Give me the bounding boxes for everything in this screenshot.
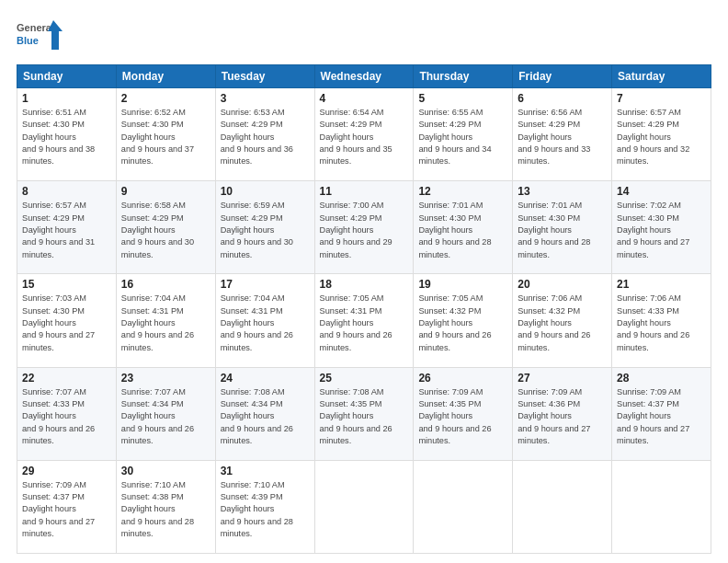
day-number: 11 [320,185,409,198]
calendar-cell: 28Sunrise: 7:09 AMSunset: 4:37 PMDayligh… [612,367,711,460]
calendar-cell: 30Sunrise: 7:10 AMSunset: 4:38 PMDayligh… [116,460,215,553]
calendar-cell [414,460,513,553]
day-info: Sunrise: 7:04 AMSunset: 4:31 PMDaylight … [121,293,194,351]
calendar-cell: 16Sunrise: 7:04 AMSunset: 4:31 PMDayligh… [116,274,215,367]
day-number: 30 [121,465,210,477]
calendar-header-row: SundayMondayTuesdayWednesdayThursdayFrid… [17,65,711,88]
calendar-cell: 4Sunrise: 6:54 AMSunset: 4:29 PMDaylight… [314,88,414,181]
day-info: Sunrise: 7:06 AMSunset: 4:33 PMDaylight … [617,293,689,351]
day-number: 27 [518,372,607,385]
day-info: Sunrise: 6:54 AMSunset: 4:29 PMDaylight … [320,108,392,166]
day-info: Sunrise: 7:03 AMSunset: 4:30 PMDaylight … [22,293,95,351]
day-info: Sunrise: 6:57 AMSunset: 4:29 PMDaylight … [22,201,95,259]
calendar-cell: 5Sunrise: 6:55 AMSunset: 4:29 PMDaylight… [414,88,513,181]
calendar-cell: 24Sunrise: 7:08 AMSunset: 4:34 PMDayligh… [215,367,314,460]
day-number: 14 [617,185,706,198]
calendar-cell: 22Sunrise: 7:07 AMSunset: 4:33 PMDayligh… [17,367,117,460]
day-number: 3 [221,92,310,105]
day-info: Sunrise: 6:53 AMSunset: 4:29 PMDaylight … [221,108,293,166]
day-number: 16 [121,278,210,291]
day-info: Sunrise: 6:59 AMSunset: 4:29 PMDaylight … [221,201,293,259]
day-number: 19 [418,278,507,291]
calendar-week-1: 1Sunrise: 6:51 AMSunset: 4:30 PMDaylight… [17,88,711,181]
calendar-cell: 19Sunrise: 7:05 AMSunset: 4:32 PMDayligh… [414,274,513,367]
day-info: Sunrise: 7:01 AMSunset: 4:30 PMDaylight … [518,201,590,259]
calendar-cell: 15Sunrise: 7:03 AMSunset: 4:30 PMDayligh… [17,274,117,367]
day-number: 24 [221,372,310,385]
calendar-cell: 1Sunrise: 6:51 AMSunset: 4:30 PMDaylight… [17,88,117,181]
calendar-table: SundayMondayTuesdayWednesdayThursdayFrid… [17,64,711,554]
day-info: Sunrise: 7:04 AMSunset: 4:31 PMDaylight … [221,293,293,351]
day-number: 29 [22,465,111,477]
day-info: Sunrise: 7:09 AMSunset: 4:36 PMDaylight … [518,387,590,445]
day-number: 31 [221,465,310,477]
day-info: Sunrise: 6:52 AMSunset: 4:30 PMDaylight … [121,108,194,166]
day-header-saturday: Saturday [612,65,711,88]
day-number: 5 [418,92,507,105]
day-number: 17 [221,278,310,291]
svg-text:General: General [17,22,54,33]
calendar-cell: 7Sunrise: 6:57 AMSunset: 4:29 PMDaylight… [612,88,711,181]
day-info: Sunrise: 7:02 AMSunset: 4:30 PMDaylight … [617,201,689,259]
calendar-cell: 25Sunrise: 7:08 AMSunset: 4:35 PMDayligh… [314,367,414,460]
calendar-cell: 31Sunrise: 7:10 AMSunset: 4:39 PMDayligh… [215,460,314,553]
day-number: 8 [22,185,111,198]
calendar-cell: 6Sunrise: 6:56 AMSunset: 4:29 PMDaylight… [513,88,612,181]
calendar-cell: 17Sunrise: 7:04 AMSunset: 4:31 PMDayligh… [215,274,314,367]
day-info: Sunrise: 7:09 AMSunset: 4:37 PMDaylight … [617,387,689,445]
day-info: Sunrise: 6:58 AMSunset: 4:29 PMDaylight … [121,201,194,259]
day-number: 9 [121,185,210,198]
day-number: 7 [617,92,706,105]
day-number: 2 [121,92,210,105]
day-number: 12 [418,185,507,198]
day-info: Sunrise: 7:07 AMSunset: 4:34 PMDaylight … [121,387,194,445]
day-number: 13 [518,185,607,198]
day-number: 1 [22,92,111,105]
calendar-week-5: 29Sunrise: 7:09 AMSunset: 4:37 PMDayligh… [17,460,711,553]
day-number: 10 [221,185,310,198]
header: General Blue [17,17,711,55]
day-number: 23 [121,372,210,385]
day-info: Sunrise: 7:06 AMSunset: 4:32 PMDaylight … [518,293,590,351]
calendar-cell: 9Sunrise: 6:58 AMSunset: 4:29 PMDaylight… [116,181,215,274]
page: General Blue SundayMondayTuesdayWednesda… [0,0,728,563]
day-info: Sunrise: 6:55 AMSunset: 4:29 PMDaylight … [418,108,491,166]
calendar-week-2: 8Sunrise: 6:57 AMSunset: 4:29 PMDaylight… [17,181,711,274]
day-header-friday: Friday [513,65,612,88]
day-number: 28 [617,372,706,385]
day-info: Sunrise: 6:57 AMSunset: 4:29 PMDaylight … [617,108,689,166]
day-number: 26 [418,372,507,385]
day-header-thursday: Thursday [414,65,513,88]
day-number: 4 [320,92,409,105]
day-number: 22 [22,372,111,385]
day-info: Sunrise: 7:05 AMSunset: 4:31 PMDaylight … [320,293,392,351]
calendar-cell [513,460,612,553]
calendar-cell: 14Sunrise: 7:02 AMSunset: 4:30 PMDayligh… [612,181,711,274]
logo-icon: General Blue [17,17,63,55]
calendar-cell: 3Sunrise: 6:53 AMSunset: 4:29 PMDaylight… [215,88,314,181]
calendar-cell: 8Sunrise: 6:57 AMSunset: 4:29 PMDaylight… [17,181,117,274]
calendar-cell: 26Sunrise: 7:09 AMSunset: 4:35 PMDayligh… [414,367,513,460]
day-info: Sunrise: 7:10 AMSunset: 4:39 PMDaylight … [221,480,293,538]
calendar-cell [314,460,414,553]
day-number: 20 [518,278,607,291]
day-info: Sunrise: 7:10 AMSunset: 4:38 PMDaylight … [121,480,194,538]
calendar-cell: 13Sunrise: 7:01 AMSunset: 4:30 PMDayligh… [513,181,612,274]
calendar-cell: 2Sunrise: 6:52 AMSunset: 4:30 PMDaylight… [116,88,215,181]
day-number: 25 [320,372,409,385]
day-info: Sunrise: 7:08 AMSunset: 4:35 PMDaylight … [320,387,392,445]
logo: General Blue [17,17,63,55]
svg-text:Blue: Blue [17,35,39,46]
day-number: 6 [518,92,607,105]
day-info: Sunrise: 7:05 AMSunset: 4:32 PMDaylight … [418,293,491,351]
calendar-cell: 11Sunrise: 7:00 AMSunset: 4:29 PMDayligh… [314,181,414,274]
day-number: 15 [22,278,111,291]
calendar-cell: 27Sunrise: 7:09 AMSunset: 4:36 PMDayligh… [513,367,612,460]
day-info: Sunrise: 6:56 AMSunset: 4:29 PMDaylight … [518,108,590,166]
day-info: Sunrise: 7:01 AMSunset: 4:30 PMDaylight … [418,201,491,259]
day-number: 18 [320,278,409,291]
calendar-week-3: 15Sunrise: 7:03 AMSunset: 4:30 PMDayligh… [17,274,711,367]
calendar-cell: 10Sunrise: 6:59 AMSunset: 4:29 PMDayligh… [215,181,314,274]
day-info: Sunrise: 6:51 AMSunset: 4:30 PMDaylight … [22,108,95,166]
day-header-sunday: Sunday [17,65,117,88]
